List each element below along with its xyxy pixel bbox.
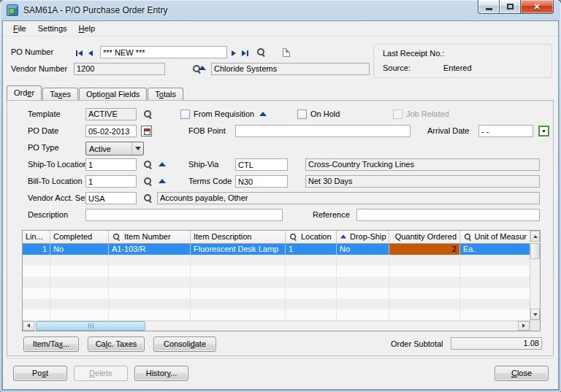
maximize-button[interactable] xyxy=(500,0,520,14)
cell-line[interactable]: 1 xyxy=(23,244,50,255)
col-header-unit-of-measure[interactable]: Unit of Measur xyxy=(460,231,530,243)
cell-quantity-ordered-active[interactable]: 2 xyxy=(389,244,460,255)
ship-via-label: Ship-Via xyxy=(188,158,218,171)
menu-settings[interactable]: Settings xyxy=(32,22,73,35)
vendor-acct-set-input[interactable] xyxy=(85,192,137,204)
arrival-date-calendar-button[interactable] xyxy=(538,126,549,137)
last-record-button[interactable] xyxy=(242,48,248,58)
first-record-button[interactable] xyxy=(76,48,83,58)
tab-optional-fields[interactable]: Optional Fields xyxy=(79,88,147,100)
grid-body: 1 No A1-103/R Fluorescent Desk Lamp 1 No… xyxy=(23,244,530,320)
cell-location[interactable]: 1 xyxy=(286,244,337,255)
grid-horizontal-scrollbar[interactable] xyxy=(23,320,530,331)
template-finder-icon[interactable] xyxy=(143,109,153,119)
menu-help[interactable]: Help xyxy=(73,22,102,35)
table-empty-row[interactable] xyxy=(23,255,530,266)
close-button[interactable]: Close xyxy=(495,366,549,381)
consolidate-button[interactable]: Consolidate xyxy=(153,337,216,352)
source-label: Source: xyxy=(383,62,411,74)
vendor-number-label: Vendor Number xyxy=(11,63,67,75)
bill-to-drilldown-icon[interactable] xyxy=(159,179,166,183)
close-icon: ✕ xyxy=(533,2,540,12)
cell-unit-of-measure[interactable]: Ea. xyxy=(460,244,530,255)
source-value: Entered xyxy=(443,62,472,74)
col-header-location[interactable]: Location xyxy=(286,231,337,243)
from-requisition-drilldown-icon[interactable] xyxy=(259,112,267,116)
description-input[interactable] xyxy=(85,209,283,221)
po-date-calendar-button[interactable] xyxy=(141,126,152,137)
col-header-item-number[interactable]: Item Number xyxy=(109,231,191,243)
cell-completed[interactable]: No xyxy=(50,244,109,255)
table-empty-row[interactable] xyxy=(23,288,530,299)
vendor-name-field: Chloride Systems xyxy=(211,63,370,75)
col-header-item-description[interactable]: Item Description xyxy=(191,231,286,243)
col-header-drop-ship[interactable]: Drop-Ship xyxy=(337,231,389,243)
table-row-selected[interactable]: 1 No A1-103/R Fluorescent Desk Lamp 1 No… xyxy=(23,244,530,255)
minimize-icon xyxy=(486,8,492,10)
cell-item-description[interactable]: Fluorescent Desk Lamp xyxy=(191,244,286,255)
order-subtotal-field: 1.08 xyxy=(451,337,542,350)
terms-code-input[interactable] xyxy=(235,175,288,188)
ship-to-finder-icon[interactable] xyxy=(143,160,153,169)
arrival-date-label: Arrival Date xyxy=(427,125,469,137)
grid-vertical-scrollbar[interactable] xyxy=(530,231,540,331)
tab-taxes[interactable]: Taxes xyxy=(42,88,78,100)
po-type-dropdown[interactable]: Active xyxy=(85,142,144,155)
arrival-date-input[interactable] xyxy=(478,125,533,137)
fob-point-input[interactable] xyxy=(235,125,411,137)
col-header-line[interactable]: Lin... xyxy=(23,231,50,243)
po-number-label: PO Number xyxy=(11,46,53,58)
hscroll-thumb[interactable] xyxy=(36,321,145,331)
reference-input[interactable] xyxy=(356,209,540,221)
po-number-input[interactable] xyxy=(100,46,227,58)
table-empty-row[interactable] xyxy=(23,299,530,310)
col-header-completed[interactable]: Completed xyxy=(50,231,109,243)
previous-record-button[interactable] xyxy=(88,48,93,58)
table-empty-row[interactable] xyxy=(23,277,530,288)
minimize-button[interactable] xyxy=(478,0,500,14)
post-button[interactable]: Post xyxy=(13,366,67,381)
vendor-number-field[interactable]: 1200 xyxy=(74,63,165,75)
title-bar[interactable]: SAM61A - P/O Purchase Order Entry ✕ xyxy=(0,0,561,20)
table-empty-row[interactable] xyxy=(23,310,530,320)
col-header-quantity-ordered[interactable]: Quantity Ordered xyxy=(389,231,460,243)
scroll-right-button[interactable] xyxy=(518,321,530,331)
table-empty-row[interactable] xyxy=(23,266,530,277)
grid-header-row: Lin... Completed Item Number Item Descri… xyxy=(23,231,530,244)
close-window-button[interactable]: ✕ xyxy=(520,0,554,14)
calc-taxes-button[interactable]: Calc. Taxes xyxy=(88,337,145,352)
acct-set-finder-icon[interactable] xyxy=(143,193,153,203)
cell-item-number[interactable]: A1-103/R xyxy=(109,244,191,255)
ship-to-drilldown-icon[interactable] xyxy=(159,162,166,166)
ship-via-input[interactable] xyxy=(235,158,288,171)
cell-drop-ship[interactable]: No xyxy=(337,244,389,255)
on-hold-checkbox[interactable] xyxy=(297,109,307,119)
tab-totals[interactable]: Totals xyxy=(148,88,183,100)
delete-button: Delete xyxy=(74,366,128,381)
po-number-finder-icon[interactable] xyxy=(256,47,266,57)
new-document-icon[interactable] xyxy=(283,48,290,57)
scroll-up-button[interactable] xyxy=(530,231,540,242)
vendor-acct-set-label: Vendor Acct. Set xyxy=(28,192,87,204)
item-tax-button[interactable]: Item/Tax... xyxy=(23,337,79,352)
po-date-input[interactable] xyxy=(85,125,137,137)
ship-to-location-input[interactable] xyxy=(85,158,137,171)
bill-to-finder-icon[interactable] xyxy=(143,177,153,186)
vendor-drilldown-icon[interactable] xyxy=(199,66,206,70)
bill-to-location-input[interactable] xyxy=(85,175,137,188)
template-field[interactable]: ACTIVE xyxy=(85,108,137,120)
tab-order[interactable]: Order xyxy=(7,85,42,100)
scroll-left-button[interactable] xyxy=(23,321,34,331)
scroll-down-button[interactable] xyxy=(530,309,540,320)
terms-description-field: Net 30 Days xyxy=(305,175,540,188)
job-related-label: Job Related xyxy=(406,108,449,120)
menu-file[interactable]: File xyxy=(7,22,32,35)
history-button[interactable]: History... xyxy=(134,366,188,381)
fob-point-label: FOB Point xyxy=(188,125,226,137)
terms-code-label: Terms Code xyxy=(188,175,232,188)
next-record-icon xyxy=(232,50,236,56)
from-requisition-checkbox[interactable] xyxy=(180,109,190,119)
app-window: SAM61A - P/O Purchase Order Entry ✕ File… xyxy=(0,0,561,392)
next-record-button[interactable] xyxy=(232,48,236,58)
vscroll-thumb[interactable] xyxy=(530,243,540,259)
